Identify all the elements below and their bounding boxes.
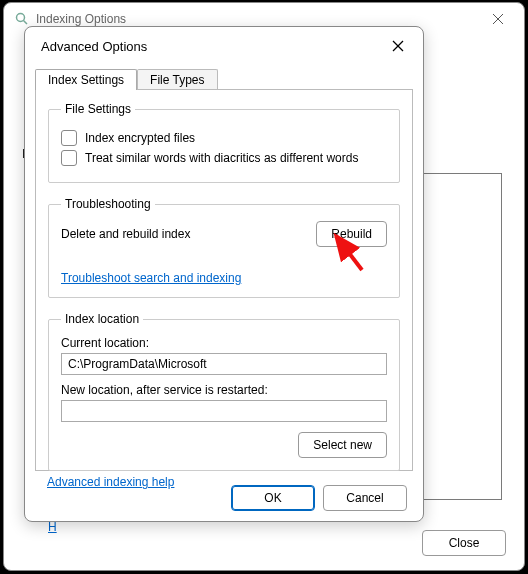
new-location-label: New location, after service is restarted… xyxy=(61,383,387,397)
index-encrypted-row: Index encrypted files xyxy=(61,130,387,146)
child-titlebar: Advanced Options xyxy=(25,27,423,65)
select-new-row: Select new xyxy=(61,432,387,458)
parent-close-button[interactable] xyxy=(478,5,518,33)
cancel-button[interactable]: Cancel xyxy=(323,485,407,511)
new-location-field[interactable] xyxy=(61,400,387,422)
diacritics-row: Treat similar words with diacritics as d… xyxy=(61,150,387,166)
troubleshooting-group: Troubleshooting Delete and rebuild index… xyxy=(48,197,400,298)
rebuild-label: Delete and rebuild index xyxy=(61,227,190,241)
index-settings-panel: File Settings Index encrypted files Trea… xyxy=(35,89,413,471)
diacritics-checkbox[interactable] xyxy=(61,150,77,166)
rebuild-row: Delete and rebuild index Rebuild xyxy=(61,221,387,247)
index-location-group: Index location Current location: New loc… xyxy=(48,312,400,471)
advanced-options-window: Advanced Options Index Settings File Typ… xyxy=(24,26,424,522)
close-button[interactable] xyxy=(383,31,413,61)
current-location-label: Current location: xyxy=(61,336,387,350)
troubleshooting-legend: Troubleshooting xyxy=(61,197,155,211)
child-window-title: Advanced Options xyxy=(41,39,147,54)
index-encrypted-checkbox[interactable] xyxy=(61,130,77,146)
file-settings-group: File Settings Index encrypted files Trea… xyxy=(48,102,400,183)
index-encrypted-label: Index encrypted files xyxy=(85,131,195,145)
svg-line-1 xyxy=(24,21,28,25)
parent-window-title: Indexing Options xyxy=(36,12,126,26)
parent-help-link[interactable]: H xyxy=(48,520,57,534)
parent-close-bottom-button[interactable]: Close xyxy=(422,530,506,556)
dialog-button-row: OK Cancel xyxy=(231,485,407,511)
ok-button[interactable]: OK xyxy=(231,485,315,511)
tab-file-types[interactable]: File Types xyxy=(137,69,217,90)
select-new-button[interactable]: Select new xyxy=(298,432,387,458)
tab-strip: Index Settings File Types xyxy=(35,65,413,89)
parent-button-row: Close xyxy=(422,530,506,556)
parent-title-area: Indexing Options xyxy=(14,11,126,27)
rebuild-button[interactable]: Rebuild xyxy=(316,221,387,247)
svg-point-0 xyxy=(17,14,25,22)
diacritics-label: Treat similar words with diacritics as d… xyxy=(85,151,358,165)
current-location-field[interactable] xyxy=(61,353,387,375)
advanced-help-link[interactable]: Advanced indexing help xyxy=(47,475,174,489)
index-location-legend: Index location xyxy=(61,312,143,326)
troubleshoot-link[interactable]: Troubleshoot search and indexing xyxy=(61,271,241,285)
file-settings-legend: File Settings xyxy=(61,102,135,116)
tab-index-settings[interactable]: Index Settings xyxy=(35,69,137,90)
magnifier-icon xyxy=(14,11,30,27)
